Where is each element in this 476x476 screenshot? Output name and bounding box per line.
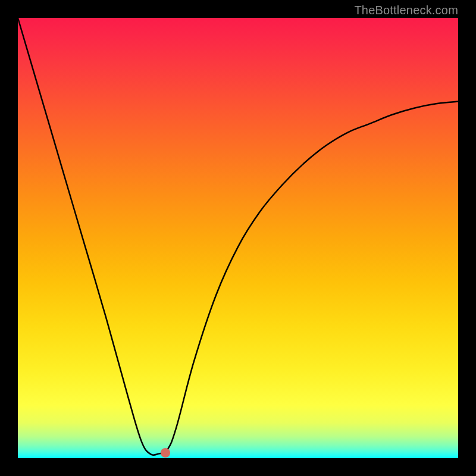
plot-area <box>18 18 458 458</box>
watermark-text: TheBottleneck.com <box>354 4 458 17</box>
optimum-marker <box>161 448 170 458</box>
bottleneck-curve <box>18 18 458 458</box>
chart-stage: TheBottleneck.com <box>0 0 476 476</box>
